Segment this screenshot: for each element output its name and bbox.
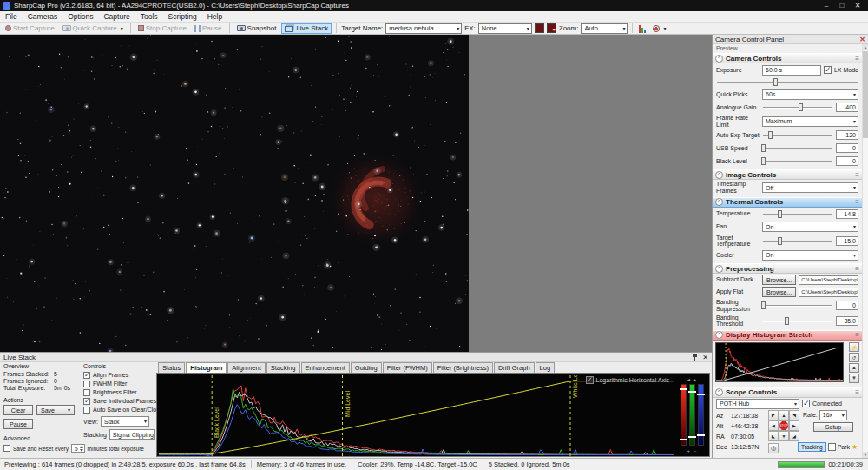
tab-log[interactable]: Log — [536, 362, 556, 373]
auto-stretch-icon[interactable]: ⚡ — [849, 342, 859, 352]
banding-suppression-slider[interactable] — [762, 301, 833, 310]
stop-capture-button[interactable]: Stop Capture — [135, 23, 189, 34]
section-menu-icon[interactable]: ≡ — [855, 55, 859, 63]
collapse-icon[interactable]: ^ — [715, 171, 723, 179]
save-reset-minutes-input[interactable]: 5 — [71, 444, 85, 453]
section-menu-icon[interactable]: ≡ — [855, 198, 859, 206]
stretch-up-icon[interactable]: ▲ — [849, 363, 859, 373]
scope-controls-header[interactable]: ^ Scope Controls ≡ — [713, 387, 862, 398]
stop-slew-button[interactable]: STOP — [779, 420, 789, 431]
stretch-down-icon[interactable]: ▼ — [849, 374, 859, 383]
park-checkbox[interactable] — [828, 443, 836, 451]
target-temperature-value[interactable]: -15.0 — [836, 236, 858, 246]
exposure-slider[interactable] — [716, 77, 858, 87]
stacking-combo[interactable]: Sigma Clipping ▾ — [109, 429, 155, 440]
slew-west-button[interactable]: ◀ — [768, 420, 779, 431]
reset-stretch-icon[interactable]: ↺ — [849, 353, 859, 362]
banding-suppression-value[interactable]: 0 — [836, 301, 858, 310]
section-menu-icon[interactable]: ≡ — [855, 388, 859, 396]
favourite-star-icon[interactable]: ★ — [852, 443, 858, 451]
slider-thumb[interactable] — [785, 317, 789, 325]
fx-combo[interactable]: None ▾ — [478, 23, 532, 34]
rate-combo[interactable]: 16x ▾ — [819, 410, 847, 420]
frame-rate-limit-combo[interactable]: Maximum ▾ — [762, 116, 858, 127]
slider-thumb[interactable] — [761, 157, 766, 165]
collapse-icon[interactable]: ^ — [715, 331, 723, 339]
display-colour-swatch-button[interactable] — [535, 23, 544, 33]
pause-capture-button[interactable]: Pause — [192, 23, 225, 34]
checkbox[interactable] — [83, 381, 90, 387]
analogue-gain-slider[interactable] — [762, 103, 833, 112]
tab-status[interactable]: Status — [158, 362, 185, 373]
auto-exp-target-slider[interactable] — [762, 130, 833, 140]
livestack-checkbox-auto-save-on-clear-close[interactable]: Auto Save on Clear/Close — [83, 406, 163, 414]
camera-preview-area[interactable] — [0, 35, 712, 352]
quick-capture-button[interactable]: Quick Capture ▾ — [60, 23, 126, 34]
camera-controls-header[interactable]: ^ Camera Controls ≡ — [713, 53, 862, 63]
menu-cameras[interactable]: Cameras — [23, 11, 62, 23]
panel-close-icon[interactable]: ✕ — [859, 36, 865, 43]
usb-speed-value[interactable]: 0 — [836, 143, 858, 153]
scope-setup-button[interactable]: Setup — [813, 422, 853, 432]
minimize-button[interactable]: – — [819, 2, 834, 10]
collapse-icon[interactable]: ^ — [715, 198, 723, 206]
tab-enhancement[interactable]: Enhancement — [301, 362, 350, 373]
section-menu-icon[interactable]: ≡ — [855, 171, 859, 179]
target-name-combo[interactable]: medusa nebula ▾ — [385, 23, 462, 34]
section-menu-icon[interactable]: ≡ — [855, 265, 859, 273]
menu-tools[interactable]: Tools — [135, 11, 163, 23]
subtract-dark-browse-button[interactable]: Browse... — [762, 275, 796, 285]
slew-south-button[interactable]: ▼ — [779, 431, 789, 441]
target-temperature-slider[interactable] — [762, 236, 833, 246]
preprocessing-header[interactable]: ^ Preprocessing ≡ — [713, 263, 862, 274]
usb-speed-slider[interactable] — [762, 143, 833, 153]
apply-flat-path[interactable]: C:\Users\Steph\Desktop\Shar... — [799, 288, 858, 297]
scroll-up-icon[interactable]: ▲ — [863, 44, 868, 50]
thermal-controls-header[interactable]: ^ Thermal Controls ≡ — [713, 197, 862, 208]
save-reset-checkbox[interactable] — [3, 445, 10, 452]
tab-filter-brightness[interactable]: Filter (Brightness) — [433, 362, 493, 373]
banding-threshold-slider[interactable] — [762, 316, 833, 326]
scope-device-combo[interactable]: POTH Hub ▾ — [716, 399, 799, 409]
livestack-checkbox-fwhm-filter[interactable]: FWHM Filter — [83, 380, 163, 387]
panel-scrollbar[interactable]: ▲ ▼ — [862, 44, 868, 458]
tab-histogram[interactable]: Histogram — [186, 362, 227, 373]
histogram-icon-button[interactable] — [637, 24, 648, 33]
slew-east-button[interactable]: ▶ — [789, 420, 799, 431]
black-level-value[interactable]: 0 — [836, 156, 858, 166]
green-level-bar[interactable] — [689, 384, 695, 446]
checkbox[interactable] — [83, 407, 90, 414]
slew-southwest-button[interactable]: ◣ — [768, 431, 779, 441]
menu-file[interactable]: File — [0, 11, 23, 23]
livestack-checkbox-brightness-filter[interactable]: Brightness Filter — [83, 388, 163, 396]
spinner-icon[interactable] — [80, 444, 83, 453]
tab-guiding[interactable]: Guiding — [351, 362, 382, 373]
view-combo[interactable]: Stack ▾ — [101, 416, 149, 427]
image-controls-header[interactable]: ^ Image Controls ≡ — [713, 169, 862, 180]
checkbox[interactable] — [83, 389, 90, 396]
slider-thumb[interactable] — [778, 237, 782, 245]
black-level-slider[interactable] — [762, 156, 833, 166]
pan-right-icon[interactable]: ▸ — [694, 376, 696, 382]
display-histogram-stretch-header[interactable]: ^ Display Histogram Stretch ≡ — [713, 330, 862, 341]
slider-thumb[interactable] — [773, 78, 778, 86]
slew-north-button[interactable]: ▲ — [779, 410, 789, 420]
fan-combo[interactable]: On ▾ — [762, 222, 858, 232]
section-menu-icon[interactable]: ≡ — [855, 331, 859, 339]
log-axis-checkbox[interactable] — [586, 376, 594, 384]
slew-northeast-button[interactable]: ◥ — [789, 410, 799, 420]
connected-checkbox[interactable] — [802, 400, 810, 407]
cooler-combo[interactable]: On ▾ — [762, 250, 858, 261]
menu-scripting[interactable]: Scripting — [163, 11, 202, 23]
slider-thumb[interactable] — [778, 210, 782, 218]
blue-level-bar[interactable] — [698, 384, 704, 446]
menu-help[interactable]: Help — [202, 11, 227, 23]
pause-stack-button[interactable]: Pause — [3, 419, 33, 429]
red-level-bar[interactable] — [681, 384, 687, 446]
slew-southeast-button[interactable]: ◢ — [789, 431, 799, 441]
checkbox[interactable] — [83, 372, 90, 379]
start-capture-button[interactable]: Start Capture — [3, 23, 57, 34]
quick-picks-combo[interactable]: 60s ▾ — [762, 89, 858, 100]
timestamp-frames-combo[interactable]: Off ▾ — [762, 182, 858, 193]
live-stack-button[interactable]: Live Stack — [281, 23, 332, 34]
